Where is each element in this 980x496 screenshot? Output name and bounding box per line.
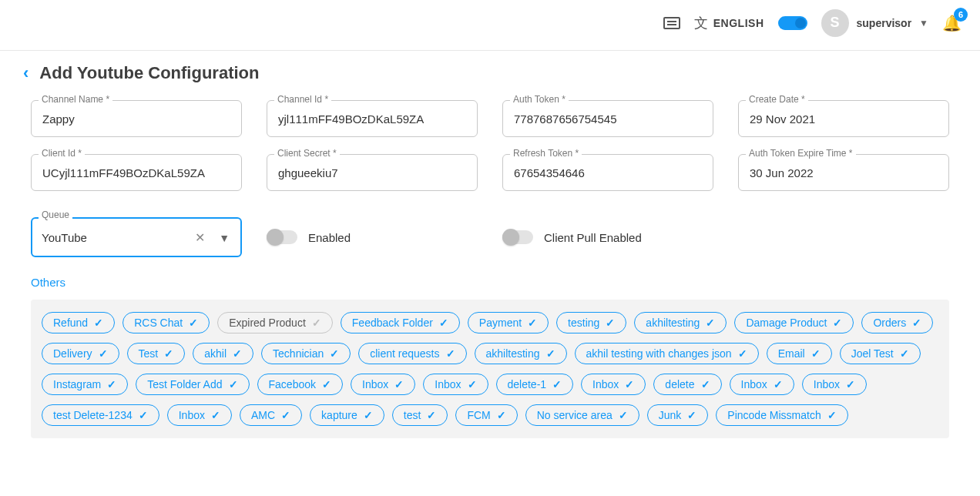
chip-item[interactable]: Joel Test✓	[840, 343, 921, 364]
back-button[interactable]: ‹	[23, 63, 29, 83]
chip-label: Orders	[873, 317, 906, 328]
chip-item[interactable]: Delivery✓	[42, 343, 119, 364]
check-icon: ✓	[833, 317, 842, 328]
chip-label: delete	[665, 379, 694, 390]
input-refresh-token[interactable]	[502, 154, 713, 191]
avatar: S	[821, 9, 849, 37]
check-icon: ✓	[619, 410, 628, 421]
chip-item[interactable]: akhiltesting✓	[634, 312, 727, 333]
chip-item[interactable]: Feedback Folder✓	[341, 312, 460, 333]
chip-item[interactable]: Orders✓	[861, 312, 933, 333]
check-icon: ✓	[701, 379, 710, 390]
user-name: supervisor	[857, 17, 912, 29]
chip-label: FCM	[467, 410, 490, 421]
input-client-id[interactable]	[31, 154, 242, 191]
chip-item[interactable]: Inbox✓	[167, 404, 232, 426]
chip-item[interactable]: delete-1✓	[496, 374, 574, 395]
chip-item[interactable]: Test Folder Add✓	[136, 374, 249, 395]
translate-icon: 文	[694, 14, 709, 32]
chip-item[interactable]: FCM✓	[455, 404, 517, 426]
input-auth-token[interactable]	[502, 100, 713, 137]
chip-item[interactable]: Inbox✓	[581, 374, 646, 395]
chip-label: testing	[568, 317, 599, 328]
language-selector[interactable]: 文 ENGLISH	[694, 14, 764, 32]
chip-label: Inbox	[435, 379, 461, 390]
chip-item[interactable]: Technician✓	[261, 343, 351, 364]
check-icon: ✓	[211, 410, 220, 421]
field-refresh-token: Refresh Token *	[502, 154, 713, 191]
chip-item[interactable]: Test✓	[127, 343, 186, 364]
input-client-secret[interactable]	[267, 154, 478, 191]
chip-item[interactable]: Pincode Missmatch✓	[716, 404, 847, 426]
chip-item[interactable]: delete✓	[653, 374, 721, 395]
input-channel-name[interactable]	[31, 100, 242, 137]
chip-label: Technician	[273, 348, 324, 359]
chip-item[interactable]: No service area✓	[525, 404, 639, 426]
chip-label: kapture	[321, 410, 357, 421]
chip-item[interactable]: client requests✓	[358, 343, 466, 364]
chip-item[interactable]: Damage Product✓	[734, 312, 854, 333]
check-icon: ✓	[446, 348, 455, 359]
notifications-button[interactable]: 🔔 6	[942, 14, 962, 32]
input-create-date[interactable]	[738, 100, 949, 137]
check-icon: ✓	[439, 317, 448, 328]
chip-item[interactable]: Inbox✓	[351, 374, 415, 395]
chip-label: Delivery	[53, 348, 92, 359]
input-channel-id[interactable]	[267, 100, 478, 137]
chip-item[interactable]: Expired Product✓	[217, 312, 333, 333]
chip-label: Damage Product	[746, 317, 827, 328]
check-icon: ✓	[827, 410, 837, 421]
check-icon: ✓	[811, 348, 821, 359]
label-channel-name: Channel Name *	[39, 94, 112, 105]
check-icon: ✓	[427, 410, 436, 421]
keyboard-icon[interactable]	[663, 17, 680, 29]
chip-item[interactable]: akhil✓	[193, 343, 253, 364]
input-auth-expire[interactable]	[738, 154, 949, 191]
field-channel-id: Channel Id *	[267, 100, 478, 137]
chip-label: Expired Product	[229, 317, 306, 328]
chip-item[interactable]: Refund✓	[42, 312, 115, 333]
chip-item[interactable]: RCS Chat✓	[123, 312, 210, 333]
chip-item[interactable]: Inbox✓	[730, 374, 794, 395]
chip-item[interactable]: test Delete-1234✓	[42, 404, 159, 426]
chip-label: Pincode Missmatch	[727, 410, 821, 421]
label-create-date: Create Date *	[746, 94, 808, 105]
check-icon: ✓	[312, 317, 321, 328]
chip-item[interactable]: Payment✓	[468, 312, 549, 333]
chip-item[interactable]: AMC✓	[240, 404, 302, 426]
check-icon: ✓	[774, 379, 783, 390]
chip-label: Inbox	[179, 410, 205, 421]
chip-item[interactable]: Email✓	[767, 343, 832, 364]
config-form-row3: Queue YouTube ✕ ▼ Enabled Client Pull En…	[0, 199, 980, 265]
queue-clear-icon[interactable]: ✕	[192, 227, 208, 248]
label-queue: Queue	[39, 209, 72, 220]
chip-label: AMC	[251, 410, 275, 421]
chip-item[interactable]: Junk✓	[647, 404, 709, 426]
header-toggle[interactable]	[778, 16, 807, 30]
chip-label: Facebook	[269, 379, 316, 390]
chip-item[interactable]: testing✓	[556, 312, 626, 333]
check-icon: ✓	[94, 317, 103, 328]
user-menu[interactable]: S supervisor ▼	[821, 9, 928, 37]
chip-item[interactable]: Inbox✓	[802, 374, 867, 395]
check-icon: ✓	[139, 410, 148, 421]
check-icon: ✓	[99, 348, 108, 359]
chip-item[interactable]: Facebook✓	[257, 374, 343, 395]
chip-item[interactable]: Inbox✓	[423, 374, 488, 395]
check-icon: ✓	[687, 410, 696, 421]
chip-label: akhil	[204, 348, 227, 359]
chip-item[interactable]: test✓	[392, 404, 448, 426]
toggle-enabled[interactable]	[267, 230, 297, 244]
chip-label: test Delete-1234	[53, 410, 133, 421]
label-auth-expire: Auth Token Expire Time *	[746, 148, 856, 159]
notification-badge: 6	[954, 8, 968, 22]
chip-item[interactable]: akhiltesting✓	[475, 343, 567, 364]
toggle-client-pull[interactable]	[502, 230, 533, 244]
queue-select[interactable]: YouTube ✕ ▼	[31, 217, 242, 257]
chip-item[interactable]: Instagram✓	[42, 374, 128, 395]
chevron-down-icon: ▼	[919, 18, 928, 28]
chevron-down-icon[interactable]: ▼	[214, 229, 231, 246]
field-client-id: Client Id *	[31, 154, 242, 191]
chip-item[interactable]: akhil testing with changes json✓	[575, 343, 759, 364]
chip-item[interactable]: kapture✓	[310, 404, 384, 426]
